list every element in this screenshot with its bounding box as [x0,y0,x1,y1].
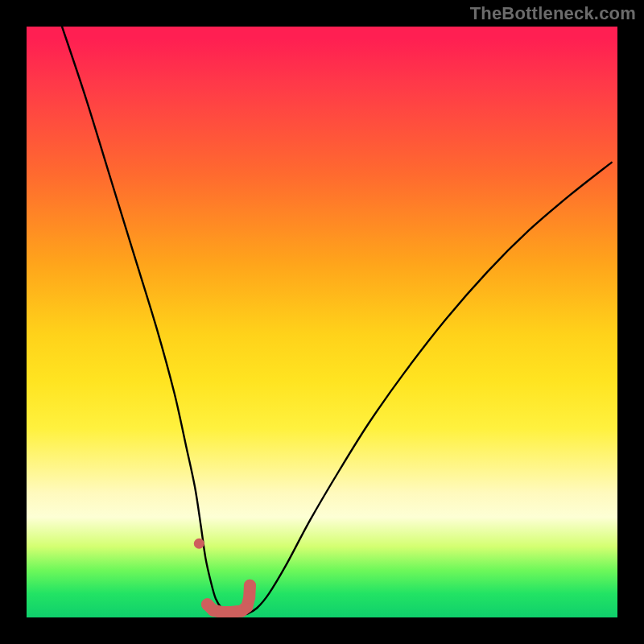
plot-area [27,27,617,617]
watermark-text: TheBottleneck.com [470,3,636,24]
marker-dot [243,592,255,604]
marker-dot [244,580,256,592]
chart-svg [27,27,617,617]
sweet-spot-markers [194,539,256,617]
marker-dot [194,539,204,549]
chart-frame: TheBottleneck.com [0,0,644,644]
bottleneck-curve [62,27,612,615]
